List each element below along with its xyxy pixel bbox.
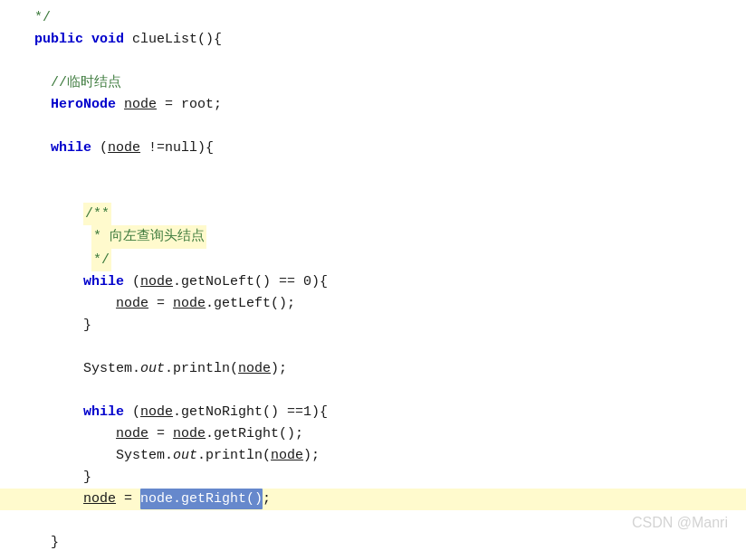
code-line (0, 380, 746, 402)
code-line: System.out.println(node); (0, 358, 746, 380)
code-line: */ (0, 7, 746, 29)
code-line: * 向左查询头结点 (0, 225, 746, 248)
code-line (0, 116, 746, 138)
code-line: while (node !=null){ (0, 138, 746, 159)
code-line: HeroNode node = root; (0, 94, 746, 116)
code-line: node = node.getLeft(); (0, 293, 746, 315)
code-line: } (0, 532, 746, 554)
code-line: while (node.getNoRight() ==1){ (0, 402, 746, 423)
code-line: } (0, 467, 746, 489)
code-line: //临时结点 (0, 72, 746, 94)
code-line: while (node.getNoLeft() == 0){ (0, 271, 746, 293)
code-line: node = node.getRight(); (0, 423, 746, 445)
code-line: } (0, 315, 746, 337)
code-container: */ public void clueList(){ //临时结点 HeroNo… (0, 0, 746, 560)
code-line: /** (0, 203, 746, 225)
code-line (0, 51, 746, 72)
code-line (0, 159, 746, 181)
code-block: */ public void clueList(){ //临时结点 HeroNo… (0, 0, 746, 560)
code-line-highlighted: node = node.getRight(); (0, 489, 746, 510)
code-line (0, 181, 746, 203)
code-line (0, 337, 746, 358)
code-line (0, 554, 746, 560)
code-line: public void clueList(){ (0, 29, 746, 51)
code-line: */ (0, 249, 746, 271)
code-line (0, 510, 746, 532)
code-line: System.out.println(node); (0, 445, 746, 467)
